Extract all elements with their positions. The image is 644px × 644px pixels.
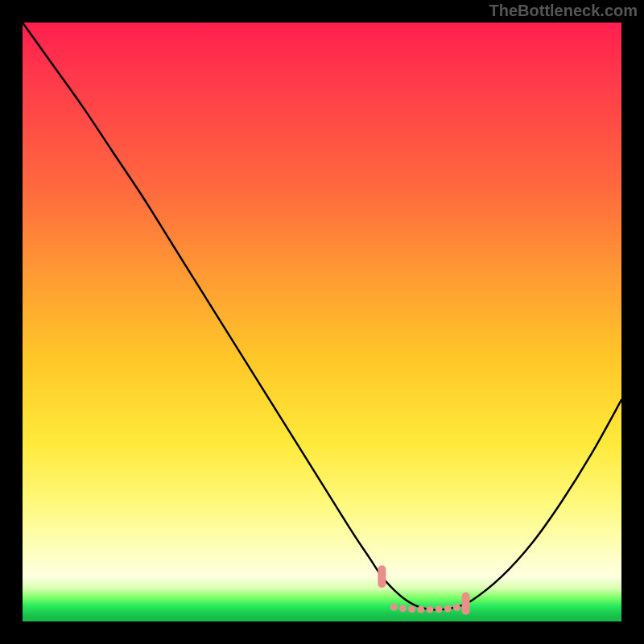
optimal-dot [453,604,460,611]
optimal-dot [399,605,407,612]
optimal-dot [444,605,452,613]
optimal-dot [408,605,415,613]
optimal-dot [426,606,433,613]
curve-layer [23,23,621,621]
plot-area [23,23,621,621]
optimal-marker [378,565,386,588]
optimal-band [378,565,469,614]
watermark-text: TheBottleneck.com [489,2,638,20]
chart-container: TheBottleneck.com [0,0,644,644]
optimal-dot [436,605,443,613]
optimal-marker [462,592,470,615]
bottleneck-curve-path [23,23,621,610]
optimal-dot [417,606,424,613]
optimal-dot [390,604,398,611]
